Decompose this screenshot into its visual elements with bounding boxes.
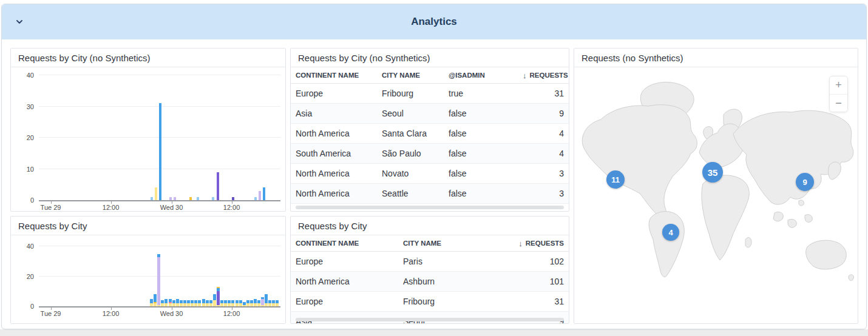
bar-segment-blue <box>191 300 194 303</box>
bar-segment-yellow <box>239 303 242 306</box>
bar-segment-gold <box>217 287 220 288</box>
table-cell: Ashburn <box>398 277 511 286</box>
bar-segment-yellow <box>191 303 194 306</box>
table-cell: North America <box>291 129 377 138</box>
bar-segment-yellow <box>150 303 153 306</box>
y-axis-label: 0 <box>30 197 34 204</box>
table-cell: 3 <box>518 189 569 198</box>
table-cell: false <box>444 109 518 118</box>
map-bubble[interactable]: 9 <box>796 173 814 191</box>
gridline <box>39 246 280 246</box>
bar-segment-blue <box>157 254 160 257</box>
analytics-section: Analytics Requests by City (no Synthetic… <box>1 4 867 329</box>
table-cell: Paris <box>398 257 511 266</box>
table-row: North AmericaAshburn101 <box>291 272 569 292</box>
table-header-row: CONTINENT NAMECITY NAME@ISADMIN↓REQUESTS <box>291 67 569 84</box>
x-axis: Tue 2912:00Wed 3012:00 <box>39 307 280 320</box>
chevron-down-icon[interactable] <box>13 15 26 29</box>
bar-segment-yellow <box>213 300 216 306</box>
column-header-label: REQUESTS <box>526 240 564 247</box>
bar-segment-yellow <box>254 303 257 306</box>
requests-table-all: CONTINENT NAMECITY NAME↓REQUESTSEuropePa… <box>291 235 569 324</box>
y-axis-label: 0 <box>30 303 34 310</box>
table-cell: 31 <box>511 297 569 306</box>
bar-segment-purple <box>217 291 220 304</box>
bar-segment-blue <box>228 300 231 303</box>
bar-segment-blue <box>224 300 227 303</box>
bar-segment-blue <box>254 299 257 303</box>
table-cell: 3 <box>518 169 569 178</box>
bar-segment-yellow <box>209 303 212 306</box>
table-cell: false <box>444 129 518 138</box>
bar-segment-blue <box>263 187 265 200</box>
bar-segment-yellow <box>231 303 234 306</box>
bar-segment-blue <box>159 103 161 200</box>
x-axis-label: Tue 29 <box>41 310 61 317</box>
x-axis-label: Tue 29 <box>41 204 61 211</box>
table-cell: Europe <box>291 297 398 306</box>
map-bubble[interactable]: 11 <box>606 170 625 189</box>
zoom-in-button[interactable]: + <box>830 76 847 94</box>
bar-segment-blue <box>180 300 183 303</box>
bar-segment-blue <box>239 300 242 303</box>
horizontal-scrollbar[interactable] <box>296 318 564 321</box>
chart-plot-area: 02040 <box>39 240 280 307</box>
column-header-label: REQUESTS <box>530 72 568 79</box>
bar-segment-blue <box>213 294 216 300</box>
y-axis-label: 20 <box>27 134 34 141</box>
table-cell: false <box>444 169 518 178</box>
table-cell: Novato <box>377 169 444 178</box>
table-cell: Asia <box>291 109 377 118</box>
panel-title: Requests (no Synthetics) <box>574 49 858 67</box>
map-bubble[interactable]: 4 <box>662 224 679 241</box>
panel-chart-all: Requests by City 02040Tue 2912:00Wed 301… <box>10 216 286 324</box>
table-cell: 4 <box>518 149 569 158</box>
table-cell: Seattle <box>377 189 444 198</box>
bar-segment-blue <box>250 300 253 303</box>
bar-segment-yellow <box>198 303 201 306</box>
column-header-requests[interactable]: ↓REQUESTS <box>511 239 569 248</box>
bar-segment-blue <box>183 300 186 303</box>
column-header--isadmin[interactable]: @ISADMIN <box>444 72 518 79</box>
column-header-label: CONTINENT NAME <box>296 240 359 247</box>
bar-segment-lightblue <box>254 197 257 200</box>
bar-segment-yellow <box>217 305 220 306</box>
map-zoom-control: + − <box>829 76 848 112</box>
bar-segment-lightblue <box>151 197 153 200</box>
column-header-city-name[interactable]: CITY NAME <box>398 240 511 247</box>
x-axis-label: Wed 30 <box>160 204 183 211</box>
column-header-requests[interactable]: ↓REQUESTS <box>518 71 569 80</box>
panel-table-all: Requests by City CONTINENT NAMECITY NAME… <box>290 216 569 324</box>
bar-segment-pink <box>169 302 172 303</box>
world-map <box>574 67 858 324</box>
requests-table-no-synthetics: CONTINENT NAMECITY NAME@ISADMIN↓REQUESTS… <box>291 67 569 204</box>
table-cell: 101 <box>511 277 569 286</box>
panel-title: Requests by City (no Synthetics) <box>291 49 569 67</box>
bar-segment-yellow <box>261 305 264 306</box>
bar-segment-blue <box>202 299 205 303</box>
map-canvas: + − 113594 <box>574 67 858 324</box>
bar-segment-yellow <box>172 303 175 306</box>
table-cell: North America <box>291 169 377 178</box>
table-cell: North America <box>291 277 398 286</box>
x-axis-label: Wed 30 <box>160 310 183 317</box>
bar-segment-blue <box>261 297 264 298</box>
column-header-continent-name[interactable]: CONTINENT NAME <box>291 240 398 247</box>
column-header-continent-name[interactable]: CONTINENT NAME <box>291 72 377 79</box>
x-axis-label: 12:00 <box>103 310 120 317</box>
sort-desc-icon[interactable]: ↓ <box>518 239 523 248</box>
table-row: North AmericaSanta Clarafalse4 <box>291 124 569 144</box>
y-axis-label: 10 <box>27 166 34 173</box>
table-cell: South America <box>291 149 377 158</box>
sort-desc-icon[interactable]: ↓ <box>523 71 527 80</box>
map-bubble[interactable]: 35 <box>702 162 723 183</box>
gridline <box>39 75 280 75</box>
column-header-city-name[interactable]: CITY NAME <box>377 72 444 79</box>
table-row: EuropeFribourg31 <box>291 292 569 312</box>
bar-segment-darkpurple <box>232 197 234 200</box>
table-cell: 9 <box>518 109 569 118</box>
x-axis-label: 12:00 <box>223 310 240 317</box>
column-header-label: CITY NAME <box>382 72 420 79</box>
zoom-out-button[interactable]: − <box>830 94 847 112</box>
horizontal-scrollbar[interactable] <box>296 206 564 209</box>
